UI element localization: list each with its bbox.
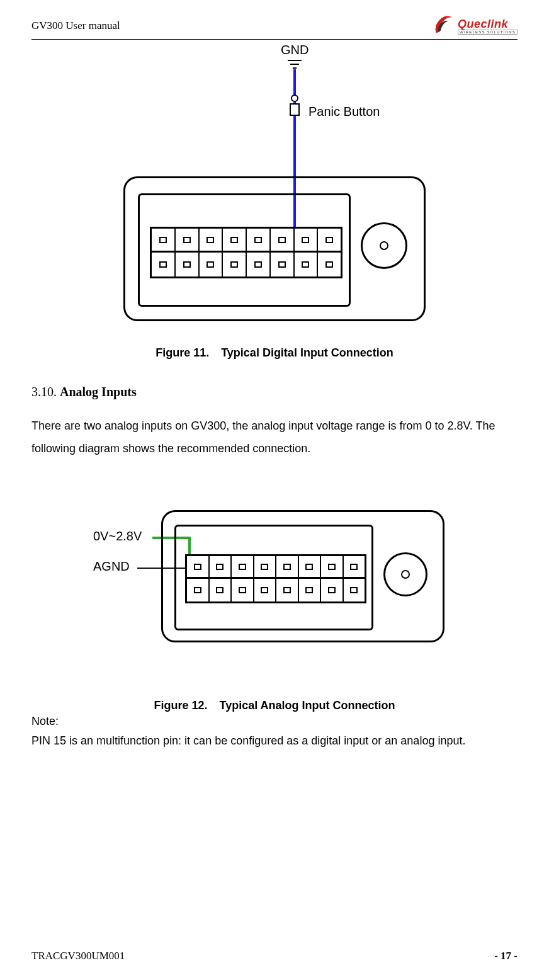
figure-12-diagram: 0V~2.8V AGND — [98, 485, 451, 680]
pin-cell — [176, 229, 200, 251]
connector-block — [150, 227, 342, 278]
pin-hole-icon — [216, 587, 224, 593]
pin-cell — [210, 579, 232, 601]
pin-cell — [247, 229, 271, 251]
pin-hole-icon — [183, 237, 191, 243]
pin-hole-icon — [254, 237, 262, 243]
logo-text: Queclink WIRELESS SOLUTIONS — [458, 18, 518, 35]
pin-cell — [187, 556, 210, 577]
pin-hole-icon — [207, 261, 214, 268]
note-label: Note: — [31, 715, 518, 728]
pin-hole-icon — [278, 261, 286, 268]
panic-button-knob-icon — [291, 94, 298, 102]
pin-cell — [200, 229, 224, 251]
pin-hole-icon — [283, 564, 291, 570]
pin-hole-icon — [302, 261, 309, 268]
pin-cell — [271, 253, 295, 276]
pin-cell — [321, 556, 344, 577]
figure-11-number: Figure 11. — [156, 346, 209, 359]
pin-cell — [232, 579, 254, 601]
pin-cell — [321, 579, 344, 601]
pin-hole-icon — [230, 237, 238, 243]
pin-cell — [344, 579, 365, 601]
figure-11-caption: Figure 11. Typical Digital Input Connect… — [31, 346, 518, 360]
figure-11-title: Typical Digital Input Connection — [221, 346, 393, 359]
pin-cell — [152, 229, 176, 251]
pin-row-top — [152, 229, 341, 253]
pin-cell — [299, 556, 322, 577]
agnd-label: AGND — [93, 559, 130, 574]
note-text: PIN 15 is an multifunction pin: it can b… — [31, 729, 518, 752]
pin-cell — [210, 556, 232, 577]
figure-12-title: Typical Analog Input Connection — [220, 699, 395, 712]
pin-cell — [254, 579, 277, 601]
logo-swoosh-icon — [431, 14, 455, 38]
pin-hole-icon — [328, 564, 336, 570]
circular-port-icon — [383, 552, 427, 596]
page-footer: TRACGV300UM001 - 17 - — [31, 950, 518, 962]
pin-cell — [232, 556, 254, 577]
pin-hole-icon — [325, 261, 333, 268]
device-outline — [161, 510, 444, 642]
pin-hole-icon — [283, 587, 291, 593]
device-inner-panel — [138, 193, 351, 307]
pin-cell — [223, 229, 247, 251]
section-heading: 3.10. Analog Inputs — [31, 385, 518, 399]
pin-hole-icon — [325, 237, 333, 243]
section-number: 3.10. — [31, 385, 60, 399]
footer-page-number: - 17 - — [494, 950, 518, 962]
pin-cell — [187, 579, 210, 601]
pin-hole-icon — [239, 564, 246, 570]
header-title: GV300 User manual — [31, 20, 120, 32]
logo-subtitle: WIRELESS SOLUTIONS — [458, 30, 518, 35]
gnd-label: GND — [281, 43, 308, 57]
pin-hole-icon — [328, 587, 336, 593]
pin-cell — [318, 229, 341, 251]
pin-hole-icon — [350, 587, 358, 593]
page-header: GV300 User manual Queclink WIRELESS SOLU… — [31, 14, 518, 40]
pin-hole-icon — [194, 564, 201, 570]
pin-cell — [200, 253, 224, 276]
pin-hole-icon — [159, 261, 167, 268]
pin-cell — [152, 253, 176, 276]
device-outline — [123, 176, 426, 321]
pin-hole-icon — [305, 587, 313, 593]
pin-hole-icon — [216, 564, 224, 570]
pin-row-bottom — [152, 253, 341, 276]
pin-cell — [299, 579, 322, 601]
pin-cell — [247, 253, 271, 276]
pin-hole-icon — [230, 261, 238, 268]
pin-cell — [344, 556, 365, 577]
page-content: GND Panic Button — [31, 44, 518, 752]
figure-11-diagram: GND Panic Button — [98, 44, 451, 328]
panic-button-label: Panic Button — [308, 105, 380, 119]
pin-cell — [176, 253, 200, 276]
pin-cell — [223, 253, 247, 276]
pin-hole-icon — [207, 237, 214, 243]
pin-hole-icon — [254, 261, 262, 268]
footer-doc-id: TRACGV300UM001 — [31, 950, 125, 962]
pin-hole-icon — [350, 564, 358, 570]
section-title: Analog Inputs — [60, 385, 137, 399]
device-inner-panel — [174, 525, 373, 630]
pin-cell — [295, 229, 319, 251]
pin-cell — [254, 556, 277, 577]
pin-hole-icon — [261, 587, 268, 593]
figure-12-number: Figure 12. — [154, 699, 207, 712]
pin-row-bottom — [187, 579, 365, 601]
panic-button-body-icon — [290, 103, 300, 116]
voltage-label: 0V~2.8V — [93, 529, 142, 544]
circular-port-icon — [361, 222, 407, 269]
logo-name: Queclink — [458, 18, 508, 31]
pin-hole-icon — [159, 237, 167, 243]
pin-row-top — [187, 556, 365, 579]
section-body-text: There are two analog inputs on GV300, th… — [31, 414, 518, 460]
pin-hole-icon — [305, 564, 313, 570]
pin-hole-icon — [278, 237, 286, 243]
pin-cell — [276, 556, 299, 577]
pin-cell — [295, 253, 319, 276]
pin-hole-icon — [194, 587, 201, 593]
pin-cell — [276, 579, 299, 601]
pin-hole-icon — [183, 261, 191, 268]
pin-cell — [271, 229, 295, 251]
